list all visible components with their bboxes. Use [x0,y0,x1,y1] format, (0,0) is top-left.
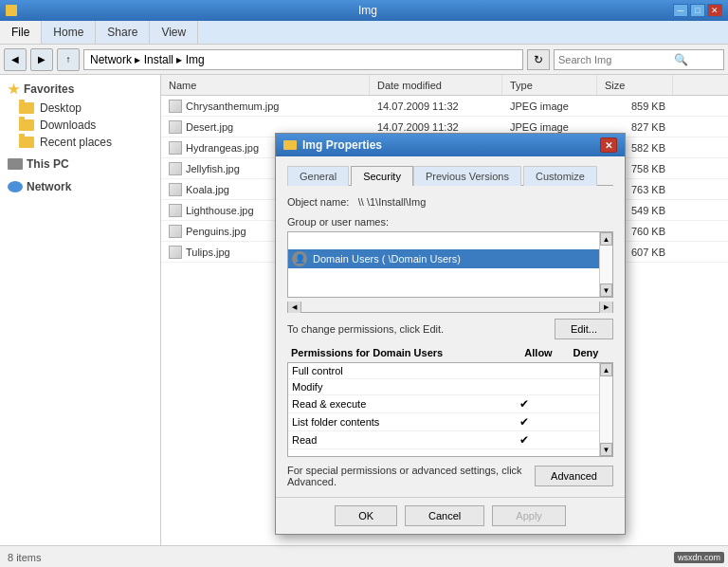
file-date: 14.07.2009 11:32 [370,101,502,112]
minimize-button[interactable]: ─ [673,4,688,17]
file-name: Desert.jpg [186,121,233,133]
group-list-item-empty[interactable] [288,232,599,249]
scroll-left-arrow[interactable]: ◀ [288,302,301,313]
tab-file[interactable]: File [0,21,42,44]
col-header-name[interactable]: Name [161,75,370,95]
perm-read-execute: Read & execute [292,398,500,410]
back-button[interactable]: ◀ [4,48,27,71]
network-icon [8,181,23,192]
forward-button[interactable]: ▶ [30,48,53,71]
perm-row-modify: Modify [288,379,599,395]
perm-read: Read [292,434,500,446]
horizontal-scrollbar: ◀ ▶ [287,302,613,313]
file-size: 859 KB [597,101,673,112]
folder-small-icon [6,5,17,16]
scroll-down-arrow[interactable]: ▼ [600,284,612,297]
favorites-header[interactable]: ★ Favorites [0,79,160,100]
file-icon [169,162,182,175]
file-name: Hydrangeas.jpg [186,142,259,154]
thispc-section: This PC [0,155,160,174]
network-header[interactable]: Network [0,177,160,196]
file-type: JPEG image [502,101,597,112]
properties-dialog: Img Properties ✕ General Security Previo… [275,133,626,535]
scroll-right-arrow[interactable]: ▶ [599,302,612,313]
tab-security[interactable]: Security [351,166,413,186]
recent-folder-icon [19,137,34,148]
file-name: Jellyfish.jpg [186,163,240,174]
col-header-date[interactable]: Date modified [370,75,502,95]
dialog-body: General Security Previous Versions Custo… [276,156,625,497]
advanced-button[interactable]: Advanced [535,466,613,486]
permissions-header: Permissions for Domain Users Allow Deny [287,347,613,358]
tab-home[interactable]: Home [42,21,96,44]
dialog-title-bar: Img Properties ✕ [276,134,625,156]
maximize-button[interactable]: □ [690,4,705,17]
perm-row-list-folder: List folder contents ✔ [288,413,599,431]
cancel-button[interactable]: Cancel [405,505,484,526]
file-row[interactable]: Chrysanthemum.jpg 14.07.2009 11:32 JPEG … [161,96,728,117]
col-header-size[interactable]: Size [597,75,673,95]
file-icon [169,246,182,259]
perm-deny-header: Deny [562,347,610,358]
apply-button[interactable]: Apply [492,505,566,526]
file-name-cell: Desert.jpg [161,120,370,134]
tab-previous-versions[interactable]: Previous Versions [413,166,521,186]
search-icon: 🔍 [674,53,688,66]
file-icon [169,100,182,113]
scroll-track [600,246,612,284]
group-label: Group or user names: [287,216,613,228]
dialog-close-button[interactable]: ✕ [600,137,617,153]
user-icon: 👤 [292,251,307,266]
perm-modify: Modify [292,381,500,393]
permissions-title: Permissions for Domain Users [291,347,515,358]
file-date: 14.07.2009 11:32 [370,121,502,133]
up-button[interactable]: ↑ [57,48,80,71]
status-bar: 8 items [0,545,728,567]
perm-scroll-down[interactable]: ▼ [600,443,612,456]
dialog-title-text: Img Properties [302,138,382,152]
refresh-button[interactable]: ↻ [527,49,550,70]
file-icon [169,183,182,196]
close-button[interactable]: ✕ [707,4,722,17]
file-name: Tulips.jpg [186,247,230,258]
tab-share[interactable]: Share [96,21,150,44]
tab-general[interactable]: General [287,166,349,186]
perm-full-control: Full control [292,365,500,376]
tab-view[interactable]: View [150,21,198,44]
sidebar-item-downloads[interactable]: Downloads [0,117,160,134]
edit-button[interactable]: Edit... [555,319,613,339]
scroll-up-arrow[interactable]: ▲ [600,232,612,246]
perm-read-execute-allow: ✔ [500,397,548,411]
file-name-cell: Chrysanthemum.jpg [161,100,370,113]
sidebar-item-desktop[interactable]: Desktop [0,100,160,117]
col-header-type[interactable]: Type [502,75,597,95]
favorites-label: Favorites [24,82,74,96]
edit-row: To change permissions, click Edit. Edit.… [287,319,613,339]
group-list-item-domain-users[interactable]: 👤 Domain Users ( \Domain Users) [288,249,599,268]
group-list-scrollbar: ▲ ▼ [599,232,612,297]
file-icon [169,204,182,217]
sidebar: ★ Favorites Desktop Downloads Recent pla… [0,75,161,545]
search-input[interactable] [558,54,672,65]
tab-customize[interactable]: Customize [523,166,597,186]
ribbon-tab-bar: File Home Share View [0,21,728,44]
watermark: wsxdn.com [674,552,724,563]
file-name: Lighthouse.jpg [186,205,254,216]
object-name-row: Object name: \\ \1\Install\Img [287,195,613,209]
object-name-value: \\ \1\Install\Img [358,196,427,208]
perm-scroll-up[interactable]: ▲ [600,363,612,376]
address-path[interactable]: Network ▸ Install ▸ Img [83,49,523,70]
ok-button[interactable]: OK [335,505,397,526]
title-bar: Img ─ □ ✕ [0,0,728,21]
file-type: JPEG image [502,121,597,133]
perm-row-full-control: Full control [288,363,599,379]
downloads-folder-icon [19,119,34,131]
perm-list-scrollbar: ▲ ▼ [599,363,612,456]
sidebar-item-recent[interactable]: Recent places [0,134,160,151]
perm-row-read-execute: Read & execute ✔ [288,395,599,413]
thispc-header[interactable]: This PC [0,155,160,174]
dialog-tab-bar: General Security Previous Versions Custo… [287,166,613,186]
star-icon: ★ [8,82,20,97]
group-list-box[interactable]: 👤 Domain Users ( \Domain Users) ▲ ▼ [287,231,613,298]
file-list-header: Name Date modified Type Size [161,75,728,96]
